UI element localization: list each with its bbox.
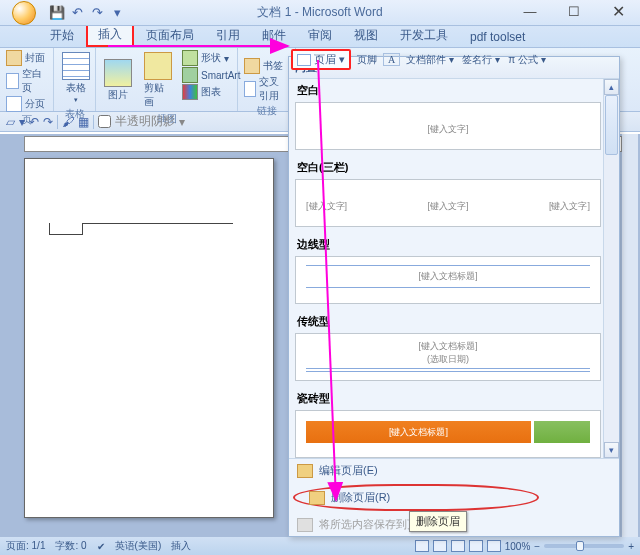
office-button[interactable] <box>6 0 42 26</box>
status-spellcheck-icon[interactable]: ✔ <box>97 541 105 552</box>
highlight-icon[interactable]: ▦ <box>78 115 89 129</box>
scroll-down-icon[interactable]: ▾ <box>604 442 619 458</box>
equation-button[interactable]: π 公式 ▾ <box>506 53 548 67</box>
textbox-a-button[interactable]: A <box>383 53 400 66</box>
cover-icon <box>6 50 22 66</box>
save-icon[interactable]: 💾 <box>48 4 66 22</box>
crossref-icon <box>244 81 256 97</box>
dropdown-icon[interactable]: ▾ <box>19 115 25 129</box>
tab-review[interactable]: 审阅 <box>298 24 342 47</box>
tab-view[interactable]: 视图 <box>344 24 388 47</box>
titlebar: 💾 ↶ ↷ ▾ 文档 1 - Microsoft Word — ☐ ✕ <box>0 0 640 26</box>
preset-traditional[interactable]: 传统型 [键入文档标题](选取日期) <box>295 310 601 381</box>
close-button[interactable]: ✕ <box>596 0 640 22</box>
preset-label: 边线型 <box>295 233 601 256</box>
clipart-button[interactable]: 剪贴画 <box>140 50 176 111</box>
group-label: 链接 <box>242 103 291 119</box>
chevron-down-icon[interactable]: ▾ <box>179 115 185 129</box>
separator <box>93 115 94 129</box>
bookmark-icon <box>244 58 260 74</box>
vertical-scrollbar[interactable] <box>622 134 638 537</box>
gallery-scrollbar[interactable]: ▴ ▾ <box>603 79 619 458</box>
save-gallery-icon <box>297 518 313 532</box>
brush-icon[interactable]: 🖌 <box>62 115 74 129</box>
blank-page-button[interactable]: 空白页 <box>4 67 49 95</box>
smartart-button[interactable]: SmartArt <box>180 67 242 83</box>
picture-button[interactable]: 图片 <box>100 50 136 111</box>
minimize-button[interactable]: — <box>508 0 552 22</box>
edit-icon <box>297 464 313 478</box>
header-split-button[interactable]: 页眉 ▾ <box>291 49 351 70</box>
shapes-button[interactable]: 形状 ▾ <box>180 50 242 66</box>
tab-mailings[interactable]: 邮件 <box>252 24 296 47</box>
table-button[interactable]: 表格▾ <box>58 50 94 106</box>
scroll-up-icon[interactable]: ▴ <box>604 79 619 95</box>
view-read-icon[interactable] <box>433 540 447 552</box>
bookmark-button[interactable]: 书签 <box>242 58 291 74</box>
redo-icon[interactable]: ↷ <box>88 4 106 22</box>
preset-blank[interactable]: 空白 [键入文字] <box>295 79 601 150</box>
undo-icon[interactable]: ↶ <box>68 4 86 22</box>
qat-more-icon[interactable]: ▾ <box>108 4 126 22</box>
preset-label: 空白 <box>295 79 601 102</box>
undo2-icon[interactable]: ↶ <box>29 115 39 129</box>
signature-button[interactable]: 签名行 ▾ <box>460 53 502 67</box>
scroll-thumb[interactable] <box>605 95 618 155</box>
clipart-icon <box>144 52 172 80</box>
blank-icon <box>6 73 19 89</box>
view-print-icon[interactable] <box>415 540 429 552</box>
status-words[interactable]: 字数: 0 <box>55 539 86 553</box>
redo2-icon[interactable]: ↷ <box>43 115 53 129</box>
page-break-button[interactable]: 分页 <box>4 96 49 112</box>
office-logo-icon <box>12 1 36 25</box>
tab-layout[interactable]: 页面布局 <box>136 24 204 47</box>
tab-developer[interactable]: 开发工具 <box>390 24 458 47</box>
shadow-checkbox[interactable] <box>98 115 111 128</box>
preset-label: 传统型 <box>295 310 601 333</box>
new-icon[interactable]: ▱ <box>6 115 15 129</box>
smartart-icon <box>182 67 198 83</box>
remove-icon <box>309 491 325 505</box>
preset-blank-3col[interactable]: 空白(三栏) [键入文字][键入文字][键入文字] <box>295 156 601 227</box>
crossref-button[interactable]: 交叉引用 <box>242 75 291 103</box>
window-title: 文档 1 - Microsoft Word <box>257 4 382 21</box>
view-outline-icon[interactable] <box>469 540 483 552</box>
cover-page-button[interactable]: 封面 <box>4 50 49 66</box>
docparts-button[interactable]: 文档部件 ▾ <box>404 53 456 67</box>
footer-button[interactable]: 页脚 <box>355 53 379 67</box>
header-area-tab <box>49 223 83 235</box>
zoom-percent[interactable]: 100% <box>505 541 531 552</box>
maximize-button[interactable]: ☐ <box>552 0 596 22</box>
zoom-out-button[interactable]: − <box>534 541 540 552</box>
status-language[interactable]: 英语(美国) <box>115 539 162 553</box>
status-insert-mode[interactable]: 插入 <box>171 539 191 553</box>
edit-header-item[interactable]: 编辑页眉(E) <box>289 459 619 482</box>
tab-references[interactable]: 引用 <box>206 24 250 47</box>
view-draft-icon[interactable] <box>487 540 501 552</box>
picture-icon <box>104 59 132 87</box>
window-controls: — ☐ ✕ <box>508 0 640 22</box>
quick-access-toolbar: 💾 ↶ ↷ ▾ <box>48 4 126 22</box>
preset-sideline[interactable]: 边线型 [键入文档标题] <box>295 233 601 304</box>
ribbon-group-tables: 表格▾ 表格 <box>54 48 96 111</box>
chart-button[interactable]: 图表 <box>180 84 242 100</box>
separator <box>57 115 58 129</box>
document-page[interactable] <box>24 158 274 518</box>
view-web-icon[interactable] <box>451 540 465 552</box>
remove-header-item[interactable]: 删除页眉(R) <box>293 484 539 511</box>
shadow-label: 半透明阴影 <box>115 113 175 130</box>
tab-pdftoolset[interactable]: pdf toolset <box>460 27 535 47</box>
preset-label: 瓷砖型 <box>295 387 601 410</box>
header-gallery-dropdown: 页眉 ▾ 页脚 A 文档部件 ▾ 签名行 ▾ π 公式 ▾ 内置 空白 [键入文… <box>288 56 620 537</box>
tab-home[interactable]: 开始 <box>40 24 84 47</box>
ribbon-group-pages: 封面 空白页 分页 页 <box>0 48 54 111</box>
zoom-slider[interactable] <box>544 544 624 548</box>
chart-icon <box>182 84 198 100</box>
break-icon <box>6 96 22 112</box>
zoom-in-button[interactable]: + <box>628 541 634 552</box>
zoom-thumb[interactable] <box>576 541 584 551</box>
shapes-icon <box>182 50 198 66</box>
header-area-line <box>83 223 233 224</box>
status-page[interactable]: 页面: 1/1 <box>6 539 45 553</box>
preset-tile[interactable]: 瓷砖型 [键入文档标题] <box>295 387 601 458</box>
